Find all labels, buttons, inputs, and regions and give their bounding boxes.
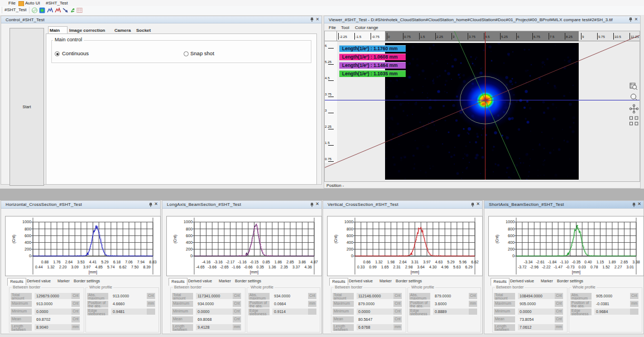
svg-text:800: 800 <box>25 227 31 232</box>
svg-text:-2.65: -2.65 <box>220 265 229 269</box>
svg-text:(Cnt): (Cnt) <box>495 235 499 244</box>
svg-text:-1.16: -1.16 <box>238 260 247 264</box>
svg-text:7.94: 7.94 <box>137 260 145 264</box>
svg-text:3.38: 3.38 <box>632 260 640 264</box>
svg-text:7.06: 7.06 <box>125 260 133 264</box>
svg-text:-3.16: -3.16 <box>214 260 223 264</box>
svg-text:400: 400 <box>186 240 193 245</box>
svg-text:1000: 1000 <box>344 219 353 224</box>
svg-text:2.35: 2.35 <box>280 265 288 269</box>
svg-text:-3.66: -3.66 <box>208 265 217 269</box>
svg-text:6.29: 6.29 <box>465 265 473 269</box>
svg-text:2.85: 2.85 <box>286 260 294 264</box>
svg-text:2.98: 2.98 <box>405 265 413 269</box>
svg-text:4.63: 4.63 <box>435 260 443 264</box>
svg-text:0: 0 <box>190 253 193 258</box>
svg-text:-1.10: -1.10 <box>560 260 569 264</box>
svg-text:4.30: 4.30 <box>429 265 437 269</box>
svg-text:3.01: 3.01 <box>626 265 634 269</box>
svg-text:3.37: 3.37 <box>292 265 300 269</box>
svg-text:600: 600 <box>186 233 193 238</box>
svg-text:1000: 1000 <box>22 219 31 224</box>
svg-text:4.41: 4.41 <box>89 260 97 264</box>
svg-text:-4.16: -4.16 <box>202 260 211 264</box>
svg-text:2.65: 2.65 <box>621 260 628 264</box>
svg-text:600: 600 <box>25 233 31 238</box>
svg-text:2.27: 2.27 <box>614 265 622 269</box>
svg-text:2.20: 2.20 <box>59 265 67 269</box>
svg-text:3.53: 3.53 <box>77 260 85 264</box>
svg-text:-2.61: -2.61 <box>536 260 545 264</box>
svg-text:-2.22: -2.22 <box>542 265 551 269</box>
svg-text:-1.66: -1.66 <box>232 265 241 269</box>
svg-text:1.65: 1.65 <box>381 265 389 269</box>
svg-text:5.74: 5.74 <box>107 265 115 269</box>
svg-text:400: 400 <box>25 240 31 245</box>
svg-text:(Cnt): (Cnt) <box>334 235 338 244</box>
svg-text:0.66: 0.66 <box>363 260 371 264</box>
svg-text:6.62: 6.62 <box>119 265 127 269</box>
svg-text:2.64: 2.64 <box>399 260 407 264</box>
svg-text:0.33: 0.33 <box>357 265 365 269</box>
svg-text:1.36: 1.36 <box>268 265 276 269</box>
svg-text:-0.73: -0.73 <box>566 265 575 269</box>
svg-text:1.98: 1.98 <box>387 260 395 264</box>
svg-text:-1.47: -1.47 <box>554 265 563 269</box>
svg-text:3.97: 3.97 <box>423 260 431 264</box>
svg-text:0: 0 <box>29 253 31 258</box>
svg-text:-0.15: -0.15 <box>250 260 259 264</box>
svg-text:-0.35: -0.35 <box>572 260 581 264</box>
svg-text:200: 200 <box>508 247 515 252</box>
svg-text:0: 0 <box>512 253 515 258</box>
svg-text:1.89: 1.89 <box>608 260 616 264</box>
svg-text:400: 400 <box>347 240 353 245</box>
svg-text:3.86: 3.86 <box>299 260 306 264</box>
svg-text:7.50: 7.50 <box>131 265 139 269</box>
svg-text:200: 200 <box>25 247 31 252</box>
svg-text:3.09: 3.09 <box>71 265 79 269</box>
svg-text:4.87: 4.87 <box>310 260 318 264</box>
svg-text:1.52: 1.52 <box>602 265 610 269</box>
svg-text:8.39: 8.39 <box>143 265 151 269</box>
svg-text:-0.66: -0.66 <box>244 265 253 269</box>
svg-text:8.83: 8.83 <box>149 260 157 264</box>
svg-text:0.03: 0.03 <box>578 265 586 269</box>
svg-text:-1.84: -1.84 <box>548 260 557 264</box>
svg-text:0.99: 0.99 <box>369 265 377 269</box>
svg-text:0.88: 0.88 <box>41 260 49 264</box>
svg-text:600: 600 <box>508 233 515 238</box>
svg-text:800: 800 <box>186 227 193 232</box>
svg-text:2.31: 2.31 <box>393 265 401 269</box>
svg-text:5.29: 5.29 <box>101 260 109 264</box>
svg-text:0.44: 0.44 <box>35 265 43 269</box>
svg-text:(Cnt): (Cnt) <box>173 235 177 244</box>
svg-text:1000: 1000 <box>506 219 515 224</box>
svg-text:800: 800 <box>347 227 353 232</box>
svg-text:-3.72: -3.72 <box>518 265 527 269</box>
svg-text:[mm]: [mm] <box>89 270 97 275</box>
svg-text:6.18: 6.18 <box>113 260 121 264</box>
svg-text:1.32: 1.32 <box>375 260 383 264</box>
svg-text:600: 600 <box>347 233 353 238</box>
svg-text:-2.96: -2.96 <box>530 265 539 269</box>
svg-text:6.62: 6.62 <box>471 260 479 264</box>
svg-text:0.78: 0.78 <box>590 265 598 269</box>
svg-text:(Cnt): (Cnt) <box>12 235 16 244</box>
svg-text:400: 400 <box>508 240 515 245</box>
svg-text:-4.65: -4.65 <box>196 265 205 269</box>
svg-text:1.15: 1.15 <box>597 260 604 264</box>
svg-text:1.76: 1.76 <box>53 260 61 264</box>
svg-text:3.64: 3.64 <box>417 265 425 269</box>
svg-text:0.35: 0.35 <box>256 265 264 269</box>
svg-text:5.96: 5.96 <box>459 260 467 264</box>
svg-text:0: 0 <box>351 253 353 258</box>
svg-text:[mm]: [mm] <box>411 270 419 275</box>
svg-text:-2.17: -2.17 <box>226 260 235 264</box>
svg-text:0.85: 0.85 <box>262 260 270 264</box>
svg-text:3.97: 3.97 <box>83 265 91 269</box>
svg-text:4.85: 4.85 <box>95 265 103 269</box>
svg-text:200: 200 <box>347 247 353 252</box>
svg-text:3.31: 3.31 <box>411 260 419 264</box>
svg-text:200: 200 <box>186 247 193 252</box>
svg-text:5.63: 5.63 <box>453 265 461 269</box>
